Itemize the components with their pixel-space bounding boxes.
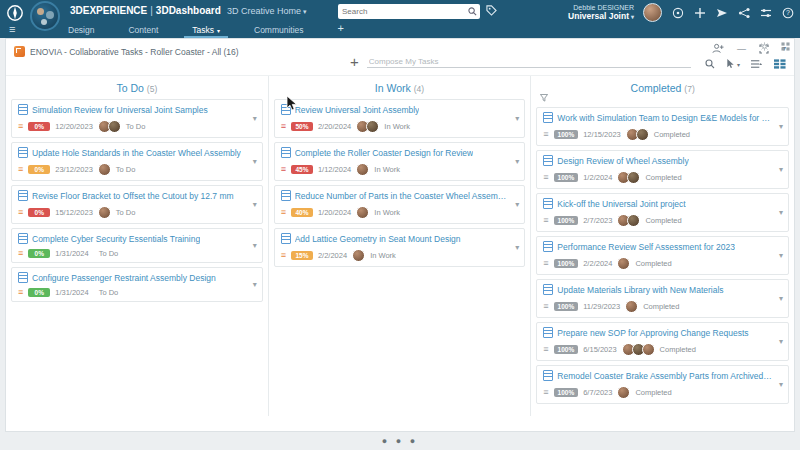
settings-gear-icon[interactable]: [760, 42, 769, 51]
task-card[interactable]: Remodel Coaster Brake Assembly Parts fro…: [536, 365, 789, 404]
expand-chevron-icon[interactable]: ▾: [253, 280, 257, 289]
tab-design[interactable]: Design: [64, 24, 98, 38]
expand-chevron-icon[interactable]: ▾: [779, 337, 783, 346]
task-card[interactable]: Performance Review Self Assessment for 2…: [536, 236, 789, 275]
dashboard-avatar[interactable]: [30, 1, 60, 31]
expand-chevron-icon[interactable]: ▾: [253, 241, 257, 250]
expand-chevron-icon[interactable]: ▾: [779, 165, 783, 174]
minimize-icon[interactable]: —: [737, 44, 746, 54]
priority-icon: ≡: [281, 123, 286, 130]
expand-chevron-icon[interactable]: ▾: [253, 114, 257, 123]
task-title[interactable]: Review Universal Joint Assembly: [295, 105, 420, 115]
expand-chevron-icon[interactable]: ▾: [779, 208, 783, 217]
task-title[interactable]: Design Review of Wheel Assembly: [557, 156, 688, 166]
task-title[interactable]: Complete Cyber Security Essentials Train…: [32, 234, 200, 244]
expand-chevron-icon[interactable]: ▾: [515, 200, 519, 209]
expand-chevron-icon[interactable]: ▾: [515, 114, 519, 123]
user-info[interactable]: Debbie DESIGNER Universal Joint▾: [568, 4, 634, 22]
task-card[interactable]: Configure Passenger Restraint Assembly D…: [11, 267, 263, 302]
brand-name: 3DEXPERIENCE: [70, 5, 147, 16]
expand-chevron-icon[interactable]: ▾: [779, 294, 783, 303]
tag-icon[interactable]: [486, 5, 497, 16]
share-arrow-icon[interactable]: [715, 6, 728, 19]
task-title[interactable]: Update Hole Standards in the Coaster Whe…: [32, 148, 241, 158]
apps-grid-icon[interactable]: [781, 42, 790, 51]
3ds-compass-logo[interactable]: [6, 4, 24, 22]
task-icon: [543, 370, 553, 381]
list-view-icon[interactable]: [751, 59, 763, 69]
kanban-view-icon[interactable]: [774, 59, 786, 69]
task-title[interactable]: Kick-off the Universal Joint project: [557, 199, 685, 209]
add-task-button[interactable]: +: [350, 56, 359, 68]
search-icon[interactable]: [468, 7, 477, 16]
task-title[interactable]: Configure Passenger Restraint Assembly D…: [32, 273, 216, 283]
help-icon[interactable]: ?: [781, 6, 794, 19]
tab-communities[interactable]: Communities: [250, 24, 308, 38]
expand-chevron-icon[interactable]: ▾: [253, 200, 257, 209]
task-card[interactable]: Complete the Roller Coaster Design for R…: [274, 142, 526, 181]
progress-chip: 0%: [28, 249, 50, 258]
task-icon: [18, 272, 28, 283]
task-title[interactable]: Prepare new SOP for Approving Change Req…: [557, 328, 748, 338]
dashboard-name[interactable]: 3D Creative Home: [227, 6, 301, 16]
task-title[interactable]: Add Lattice Geometry in Seat Mount Desig…: [295, 234, 461, 244]
expand-chevron-icon[interactable]: ▾: [515, 157, 519, 166]
filter-icon[interactable]: [540, 94, 548, 102]
add-icon[interactable]: [693, 6, 706, 19]
task-card[interactable]: Simulation Review for Universal Joint Sa…: [11, 99, 263, 138]
task-title[interactable]: Revise Floor Bracket to Offset the Cutou…: [32, 191, 234, 201]
task-title[interactable]: Reduce Number of Parts in the Coaster Wh…: [295, 191, 509, 201]
priority-icon: ≡: [543, 303, 548, 310]
progress-chip: 0%: [28, 122, 50, 131]
expand-chevron-icon[interactable]: ▾: [779, 380, 783, 389]
task-card[interactable]: Review Universal Joint Assembly ▾ ≡ 50% …: [274, 99, 526, 138]
chevron-down-icon: ▾: [631, 14, 634, 20]
task-title[interactable]: Simulation Review for Universal Joint Sa…: [32, 105, 208, 115]
task-title[interactable]: Complete the Roller Coaster Design for R…: [295, 148, 474, 158]
task-title[interactable]: Performance Review Self Assessment for 2…: [557, 242, 735, 252]
dashboard-pager-dots[interactable]: ● ● ●: [0, 436, 800, 446]
task-icon: [18, 233, 28, 244]
avatar: [352, 249, 365, 262]
share-network-icon[interactable]: [737, 6, 750, 19]
priority-icon: ≡: [18, 123, 23, 130]
search-input[interactable]: [338, 7, 468, 16]
task-card[interactable]: Revise Floor Bracket to Offset the Cutou…: [11, 185, 263, 224]
task-status: Completed: [645, 216, 681, 225]
task-card[interactable]: Reduce Number of Parts in the Coaster Wh…: [274, 185, 526, 224]
assignee-avatars: [98, 163, 111, 176]
task-card[interactable]: Prepare new SOP for Approving Change Req…: [536, 322, 789, 361]
task-card[interactable]: Add Lattice Geometry in Seat Mount Desig…: [274, 228, 526, 267]
progress-chip: 50%: [291, 122, 313, 131]
task-card[interactable]: Update Hole Standards in the Coaster Whe…: [11, 142, 263, 181]
expand-chevron-icon[interactable]: ▾: [779, 122, 783, 131]
compose-task-input[interactable]: [367, 56, 691, 68]
tab-tasks[interactable]: Tasks▾: [188, 24, 224, 38]
task-title[interactable]: Update Materials Library with New Materi…: [557, 285, 723, 295]
add-person-icon[interactable]: [712, 43, 724, 54]
select-pointer-icon[interactable]: ▾: [726, 59, 740, 69]
global-search[interactable]: [338, 4, 480, 19]
user-avatar[interactable]: [643, 3, 662, 22]
due-date: 2/2/2024: [318, 251, 347, 260]
sliders-icon[interactable]: [759, 6, 772, 19]
task-card[interactable]: Complete Cyber Security Essentials Train…: [11, 228, 263, 263]
task-title[interactable]: Work with Simulation Team to Design E&E …: [557, 113, 772, 123]
task-card[interactable]: Work with Simulation Team to Design E&E …: [536, 107, 789, 146]
chevron-down-icon: ▾: [737, 61, 740, 68]
breadcrumb[interactable]: ENOVIA - Collaborative Tasks - Roller Co…: [14, 46, 239, 57]
chevron-down-icon[interactable]: ▾: [303, 8, 307, 15]
search-icon[interactable]: [705, 59, 715, 69]
compass-icon[interactable]: [671, 6, 684, 19]
enovia-icon: [14, 46, 25, 57]
expand-chevron-icon[interactable]: ▾: [253, 157, 257, 166]
task-card[interactable]: Design Review of Wheel Assembly ▾ ≡ 100%…: [536, 150, 789, 189]
add-tab-button[interactable]: +: [338, 22, 344, 38]
task-card[interactable]: Kick-off the Universal Joint project ▾ ≡…: [536, 193, 789, 232]
task-title[interactable]: Remodel Coaster Brake Assembly Parts fro…: [557, 371, 772, 381]
expand-chevron-icon[interactable]: ▾: [515, 243, 519, 252]
hamburger-menu-icon[interactable]: ≡: [9, 23, 15, 35]
tab-content[interactable]: Content: [124, 24, 162, 38]
task-card[interactable]: Update Materials Library with New Materi…: [536, 279, 789, 318]
expand-chevron-icon[interactable]: ▾: [779, 251, 783, 260]
